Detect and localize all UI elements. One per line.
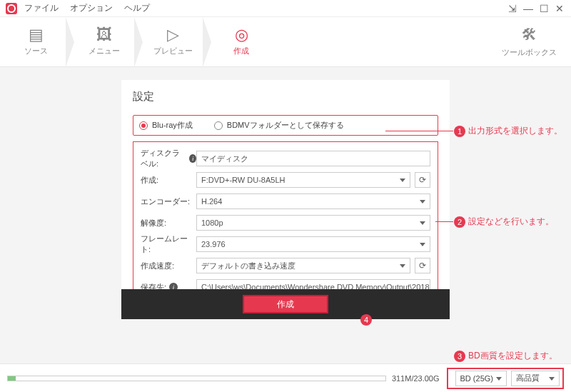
output-format-group: Blu-ray作成 BDMVフォルダーとして保存する [133,115,438,136]
framerate-label: フレームレート: [141,233,196,255]
pin-icon[interactable]: ⇲ [507,3,518,14]
step-preview[interactable]: ▷ プレビュー [144,17,201,67]
callout-leader [385,131,453,131]
toolbox-button[interactable]: 🛠 ツールボックス [495,26,564,58]
preview-icon: ▷ [167,27,179,43]
framerate-select[interactable]: 23.976 [196,236,430,252]
chevron-icon [203,17,211,67]
chevron-icon [66,17,74,67]
callout-number-icon: 1 [454,126,465,137]
radio-on-icon [139,121,148,130]
minimize-icon[interactable]: — [522,3,534,14]
maximize-icon[interactable]: ☐ [538,3,550,14]
refresh-drive-button[interactable]: ⟳ [415,172,430,188]
resolution-select[interactable]: 1080p [196,215,430,231]
radio-bdmv[interactable]: BDMVフォルダーとして保存する [214,120,344,131]
action-bar: 作成 [121,289,450,319]
step-source-label: ソース [24,46,48,56]
radio-bluray-label: Blu-ray作成 [152,120,193,131]
size-progress-fill [8,376,16,381]
create-target-label: 作成: [141,175,196,186]
settings-form: ディスクラベル: i マイディスク 作成: F:DVD+-RW DU-8A5LH… [133,141,438,304]
step-create-label: 作成 [233,46,249,56]
resolution-label: 解像度: [141,218,196,228]
toolbox-label: ツールボックス [502,47,557,58]
settings-panel: 設定 Blu-ray作成 BDMVフォルダーとして保存する ディスクラベル: i… [121,80,450,319]
encoder-select[interactable]: H.264 [196,194,430,209]
create-button[interactable]: 作成 [243,295,328,313]
callout-number-icon: 2 [454,216,465,228]
callout-leader [435,221,453,222]
bottom-bar: 311M/23.00G BD (25G) 高品質 [0,363,571,392]
callout-1: 1 出力形式を選択します。 [454,125,562,137]
menu-icon: 🖼 [96,27,112,43]
step-source[interactable]: ▤ ソース [7,17,64,67]
close-icon[interactable]: ✕ [554,3,565,14]
step-create[interactable]: ◎ 作成 [213,17,270,67]
callout-4: 4 [360,314,372,326]
size-text: 311M/23.00G [392,374,440,383]
bd-quality-group: BD (25G) 高品質 [447,368,564,389]
speed-select[interactable]: デフォルトの書き込み速度 [196,258,410,273]
callout-3-text: BD画質を設定します。 [468,350,557,362]
size-progress [7,376,386,381]
disc-label-input[interactable]: マイディスク [196,151,430,166]
app-logo-icon [6,3,17,14]
create-target-select[interactable]: F:DVD+-RW DU-8A5LH [196,172,410,188]
callout-2: 2 設定などを行います。 [454,216,554,228]
settings-title: 設定 [133,90,438,104]
steps-bar: ▤ ソース 🖼 メニュー ▷ プレビュー ◎ 作成 🛠 ツールボックス [0,17,571,67]
radio-bluray[interactable]: Blu-ray作成 [139,120,193,131]
step-menu[interactable]: 🖼 メニュー [76,17,133,67]
bd-capacity-select[interactable]: BD (25G) [455,371,507,386]
menu-option[interactable]: オプション [70,2,113,14]
callout-number-icon: 3 [454,351,465,362]
menu-help[interactable]: ヘルプ [124,2,150,14]
callout-3: 3 BD画質を設定します。 [454,350,557,362]
chevron-icon [134,17,143,67]
window-controls: ⇲ — ☐ ✕ [507,3,565,14]
encoder-label: エンコーダー: [141,196,196,207]
disc-label-label: ディスクラベル: i [141,148,196,169]
callout-1-text: 出力形式を選択します。 [468,125,562,137]
radio-bdmv-label: BDMVフォルダーとして保存する [227,120,344,131]
step-menu-label: メニュー [89,46,120,56]
callout-number-icon: 4 [360,314,372,326]
speed-label: 作成速度: [141,261,196,271]
info-icon[interactable]: i [189,154,196,163]
callout-2-text: 設定などを行います。 [468,216,554,228]
menu-file[interactable]: ファイル [24,2,59,14]
toolbox-icon: 🛠 [522,26,537,44]
refresh-speed-button[interactable]: ⟳ [415,258,430,273]
bd-quality-select[interactable]: 高品質 [511,371,560,386]
radio-off-icon [214,121,223,130]
step-preview-label: プレビュー [153,46,193,56]
source-icon: ▤ [29,27,44,43]
titlebar: ファイル オプション ヘルプ ⇲ — ☐ ✕ [0,0,571,17]
create-disc-icon: ◎ [235,27,248,43]
